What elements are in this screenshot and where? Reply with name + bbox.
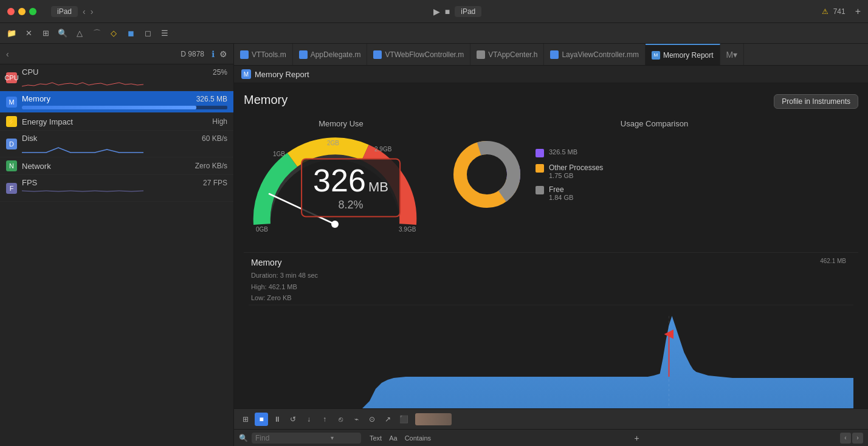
add-filter-btn[interactable]: + bbox=[634, 433, 639, 443]
close-icon[interactable]: ✕ bbox=[22, 27, 35, 40]
upload-icon[interactable]: ↑ bbox=[318, 413, 331, 426]
sidebar-item-network[interactable]: N Network Zero KB/s bbox=[0, 157, 233, 175]
grid-icon[interactable]: ⊞ bbox=[239, 413, 252, 426]
chart-high: High: 462.1 MB bbox=[251, 281, 318, 293]
info-icon[interactable]: ℹ bbox=[212, 49, 215, 59]
settings-icon[interactable]: ⚙ bbox=[219, 49, 227, 59]
search-prev-btn[interactable]: ‹ bbox=[840, 433, 851, 444]
report-header-title: Memory Report bbox=[255, 70, 309, 79]
traffic-lights bbox=[7, 8, 36, 15]
doc-icon[interactable]: ☰ bbox=[158, 27, 171, 40]
free-color bbox=[536, 186, 544, 194]
main-layout: ‹ D 9878 ℹ ⚙ CPU CPU 25% M bbox=[0, 44, 868, 446]
free-value: 1.84 GB bbox=[549, 194, 573, 201]
sidebar-item-energy[interactable]: ⚡ Energy Impact High bbox=[0, 113, 233, 131]
gauge-mb-value: 326 bbox=[313, 165, 366, 196]
tag-icon[interactable]: ◼ bbox=[124, 27, 137, 40]
pause-icon[interactable]: ⏸ bbox=[270, 413, 284, 426]
timeline-thumb[interactable] bbox=[415, 413, 452, 425]
tab-more[interactable]: M▾ bbox=[720, 44, 745, 66]
network-icon: N bbox=[6, 160, 17, 171]
gauge-wrapper: 0GB 1GB 2GB 2.9GB 3.9GB 326 MB 8.2% bbox=[244, 133, 438, 242]
minimize-window-btn[interactable] bbox=[18, 8, 26, 15]
warning-icon: ⚠ bbox=[822, 7, 828, 16]
play-icon[interactable]: ▶ bbox=[433, 7, 440, 16]
contains-btn[interactable]: Contains bbox=[402, 434, 433, 442]
refresh-icon[interactable]: ↺ bbox=[286, 413, 300, 426]
donut-legend: 326.5 MB Other Processes 1.75 GB bbox=[536, 148, 603, 201]
appdelegate-icon bbox=[299, 50, 308, 59]
sidebar-back-icon[interactable]: ‹ bbox=[6, 49, 9, 59]
camera-icon[interactable]: ⊙ bbox=[365, 413, 379, 426]
fps-label: FPS bbox=[22, 178, 203, 187]
find-text-dropdown[interactable]: Text bbox=[367, 434, 384, 442]
layout-icon[interactable]: ⊞ bbox=[39, 27, 52, 40]
warning-triangle-icon[interactable]: △ bbox=[73, 27, 86, 40]
gauge-readout: 326 MB 8.2% bbox=[301, 159, 401, 218]
donut-title: Usage Comparison bbox=[450, 119, 858, 128]
title-bar-center: ▶ ■ iPad bbox=[93, 6, 821, 17]
tab-vttools-label: VTTools.m bbox=[252, 50, 286, 59]
download-icon[interactable]: ↓ bbox=[302, 413, 315, 426]
sidebar-item-fps[interactable]: F FPS 27 FPS bbox=[0, 175, 233, 202]
toolbar: 📁 ✕ ⊞ 🔍 △ ⌒ ◇ ◼ ◻ ☰ bbox=[0, 23, 868, 44]
fps-value: 27 FPS bbox=[203, 179, 227, 187]
process-id: D 9878 bbox=[181, 50, 204, 58]
share-icon[interactable]: ⎋ bbox=[334, 413, 347, 426]
fps-icon: F bbox=[6, 183, 17, 194]
brush-icon[interactable]: ⌒ bbox=[90, 27, 103, 40]
find-input[interactable] bbox=[255, 434, 328, 442]
app-memory-value: 326.5 MB bbox=[549, 148, 577, 156]
close-window-btn[interactable] bbox=[7, 8, 15, 15]
search-options: Text Aa Contains bbox=[367, 434, 433, 442]
sidebar-item-memory[interactable]: M Memory 326.5 MB bbox=[0, 91, 233, 113]
search-nav: ‹ › bbox=[840, 433, 863, 444]
memory-chart-svg: 36s 228s bbox=[249, 304, 853, 408]
bottom-toolbar: ⊞ ■ ⏸ ↺ ↓ ↑ ⎋ ⌁ ⊙ ↗ ⬛ bbox=[234, 408, 868, 429]
tab-vtweb[interactable]: VTWebFlowController.m bbox=[367, 44, 470, 66]
app-memory-color bbox=[536, 149, 544, 157]
tab-layaview[interactable]: LayaViewController.mm bbox=[544, 44, 646, 66]
aa-btn[interactable]: Aa bbox=[387, 434, 399, 442]
device-label-right: iPad bbox=[455, 6, 481, 17]
disk-icon: D bbox=[6, 139, 17, 149]
nav-back-icon[interactable]: ‹ bbox=[83, 7, 86, 16]
tab-appdelegate-label: AppDelegate.m bbox=[311, 50, 361, 59]
search-next-btn[interactable]: › bbox=[852, 433, 863, 444]
maximize-window-btn[interactable] bbox=[29, 8, 36, 15]
profile-instruments-btn[interactable]: Profile in Instruments bbox=[774, 94, 858, 109]
folder-icon[interactable]: 📁 bbox=[5, 27, 18, 40]
search-icon[interactable]: 🔍 bbox=[56, 27, 69, 40]
title-bar-icons: ⚠ 741 + bbox=[822, 6, 861, 17]
tab-vtappcenter[interactable]: VTAppCenter.h bbox=[470, 44, 544, 66]
energy-value: High bbox=[212, 117, 227, 126]
tab-vttools[interactable]: VTTools.m bbox=[234, 44, 293, 66]
warning-count: 741 bbox=[833, 7, 846, 16]
svg-point-1 bbox=[331, 221, 339, 228]
tab-bar: VTTools.m AppDelegate.m VTWebFlowControl… bbox=[234, 44, 868, 66]
find-dropdown-icon[interactable]: ▾ bbox=[331, 434, 334, 441]
sidebar-item-disk[interactable]: D Disk 60 KB/s bbox=[0, 131, 233, 157]
tab-memoryreport[interactable]: M Memory Report bbox=[646, 44, 720, 66]
free-label: Free bbox=[549, 185, 573, 194]
highlight-icon[interactable]: ◇ bbox=[107, 27, 120, 40]
memory-gauge-section: Memory Use bbox=[244, 119, 438, 242]
gauge-title: Memory Use bbox=[319, 119, 363, 128]
add-tab-icon[interactable]: + bbox=[855, 6, 861, 17]
record-icon[interactable]: ⬛ bbox=[397, 413, 410, 426]
stop-icon[interactable]: ■ bbox=[445, 7, 450, 16]
sidebar-item-cpu[interactable]: CPU CPU 25% bbox=[0, 64, 233, 91]
chart-meta: Duration: 3 min 48 sec High: 462.1 MB Lo… bbox=[251, 270, 318, 304]
link-icon[interactable]: ⌁ bbox=[350, 413, 363, 426]
donut-svg bbox=[450, 138, 523, 211]
arrow-icon[interactable]: ↗ bbox=[381, 413, 394, 426]
tab-appdelegate[interactable]: AppDelegate.m bbox=[293, 44, 368, 66]
legend-other-processes: Other Processes 1.75 GB bbox=[536, 163, 603, 179]
search-input-wrapper[interactable]: ▾ bbox=[252, 433, 361, 444]
disk-mini-chart bbox=[22, 144, 143, 154]
memoryreport-icon: M bbox=[652, 51, 660, 60]
legend-app-memory: 326.5 MB bbox=[536, 148, 603, 157]
shape-icon[interactable]: ◻ bbox=[141, 27, 154, 40]
filter-icon[interactable]: ■ bbox=[255, 413, 268, 426]
cpu-mini-chart bbox=[22, 78, 143, 87]
